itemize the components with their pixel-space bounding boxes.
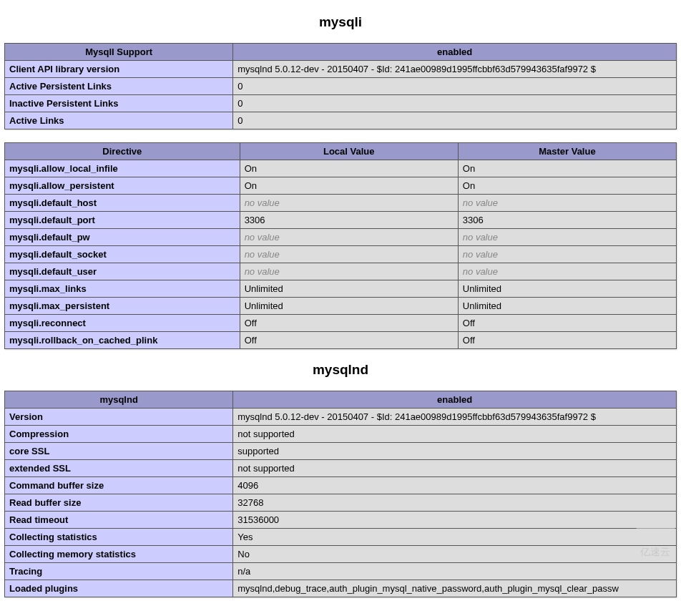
row-value: Off (458, 315, 676, 332)
row-key: mysqli.default_port (5, 212, 240, 229)
row-value: no value (458, 263, 676, 280)
row-value: 4096 (233, 477, 677, 494)
table-row: Tracingn/a (5, 563, 677, 580)
table-row: Compressionnot supported (5, 426, 677, 443)
row-key: extended SSL (5, 460, 233, 477)
row-key: Active Persistent Links (5, 78, 233, 95)
table-row: mysqli.rollback_on_cached_plinkOffOff (5, 332, 677, 349)
row-value: No (233, 546, 677, 563)
row-value: Off (240, 332, 458, 349)
row-key: mysqli.max_persistent (5, 298, 240, 315)
table-header: enabled (233, 391, 677, 409)
table-row: Read timeout31536000 (5, 512, 677, 529)
row-key: Loaded plugins (5, 580, 233, 597)
row-key: Active Links (5, 112, 233, 129)
row-value: no value (458, 229, 676, 246)
row-value: On (240, 160, 458, 177)
table-header: enabled (233, 44, 677, 61)
row-key: mysqli.max_links (5, 280, 240, 298)
row-key: mysqli.default_pw (5, 229, 240, 246)
row-value: Yes (233, 529, 677, 546)
row-key: mysqli.rollback_on_cached_plink (5, 332, 240, 349)
row-value: no value (240, 263, 458, 280)
row-value: Off (458, 332, 676, 349)
table-row: mysqli.default_userno valueno value (5, 263, 677, 280)
info-table: DirectiveLocal ValueMaster Valuemysqli.a… (4, 142, 677, 349)
table-row: mysqli.allow_persistentOnOn (5, 177, 677, 195)
table-row: Loaded pluginsmysqlnd,debug_trace,auth_p… (5, 580, 677, 597)
table-row: mysqli.default_pwno valueno value (5, 229, 677, 246)
row-value: supported (233, 443, 677, 460)
row-value: Unlimited (458, 298, 676, 315)
row-value: not supported (233, 460, 677, 477)
row-key: Collecting statistics (5, 529, 233, 546)
table-row: mysqli.max_linksUnlimitedUnlimited (5, 280, 677, 298)
table-row: Active Persistent Links0 (5, 78, 677, 95)
table-row: Versionmysqlnd 5.0.12-dev - 20150407 - $… (5, 409, 677, 426)
row-key: Tracing (5, 563, 233, 580)
table-row: mysqli.default_port33063306 (5, 212, 677, 229)
table-row: mysqli.allow_local_infileOnOn (5, 160, 677, 177)
table-row: mysqli.max_persistentUnlimitedUnlimited (5, 298, 677, 315)
row-value: 0 (233, 78, 677, 95)
section-title: mysqli (4, 14, 677, 30)
row-key: mysqli.allow_local_infile (5, 160, 240, 177)
row-key: Client API library version (5, 61, 233, 78)
row-key: mysqli.allow_persistent (5, 177, 240, 195)
table-header: mysqlnd (5, 391, 233, 409)
row-key: core SSL (5, 443, 233, 460)
info-table: MysqlI SupportenabledClient API library … (4, 43, 677, 129)
row-value: mysqlnd,debug_trace,auth_plugin_mysql_na… (233, 580, 677, 597)
row-value: Unlimited (240, 280, 458, 298)
row-value: On (458, 177, 676, 195)
row-key: Read timeout (5, 512, 233, 529)
row-value: no value (240, 246, 458, 263)
row-value: Off (240, 315, 458, 332)
row-value: mysqlnd 5.0.12-dev - 20150407 - $Id: 241… (233, 409, 677, 426)
row-key: mysqli.default_host (5, 195, 240, 212)
table-row: Client API library versionmysqlnd 5.0.12… (5, 61, 677, 78)
table-row: Collecting statisticsYes (5, 529, 677, 546)
row-value: Unlimited (240, 298, 458, 315)
table-row: Read buffer size32768 (5, 494, 677, 512)
row-value: n/a (233, 563, 677, 580)
row-key: Read buffer size (5, 494, 233, 512)
row-key: Compression (5, 426, 233, 443)
row-value: not supported (233, 426, 677, 443)
table-row: mysqli.default_socketno valueno value (5, 246, 677, 263)
table-row: mysqli.reconnectOffOff (5, 315, 677, 332)
row-value: 0 (233, 112, 677, 129)
row-key: Collecting memory statistics (5, 546, 233, 563)
table-header: MysqlI Support (5, 44, 233, 61)
table-row: Inactive Persistent Links0 (5, 95, 677, 112)
table-row: extended SSLnot supported (5, 460, 677, 477)
table-row: Command buffer size4096 (5, 477, 677, 494)
row-value: no value (240, 229, 458, 246)
table-header: Master Value (458, 143, 676, 160)
row-key: mysqli.reconnect (5, 315, 240, 332)
row-key: Command buffer size (5, 477, 233, 494)
table-header: Directive (5, 143, 240, 160)
row-value: 32768 (233, 494, 677, 512)
table-header: Local Value (240, 143, 458, 160)
row-value: On (458, 160, 676, 177)
row-value: Unlimited (458, 280, 676, 298)
table-row: core SSLsupported (5, 443, 677, 460)
row-value: 31536000 (233, 512, 677, 529)
table-row: mysqli.default_hostno valueno value (5, 195, 677, 212)
row-value: 0 (233, 95, 677, 112)
row-value: 3306 (458, 212, 676, 229)
table-row: Active Links0 (5, 112, 677, 129)
row-value: no value (458, 246, 676, 263)
row-value: no value (240, 195, 458, 212)
row-value: mysqlnd 5.0.12-dev - 20150407 - $Id: 241… (233, 61, 677, 78)
row-key: Inactive Persistent Links (5, 95, 233, 112)
info-table: mysqlndenabledVersionmysqlnd 5.0.12-dev … (4, 391, 677, 597)
table-row: Collecting memory statisticsNo (5, 546, 677, 563)
row-value: no value (458, 195, 676, 212)
row-value: 3306 (240, 212, 458, 229)
section-title: mysqlnd (4, 362, 677, 378)
row-key: Version (5, 409, 233, 426)
row-key: mysqli.default_socket (5, 246, 240, 263)
row-key: mysqli.default_user (5, 263, 240, 280)
